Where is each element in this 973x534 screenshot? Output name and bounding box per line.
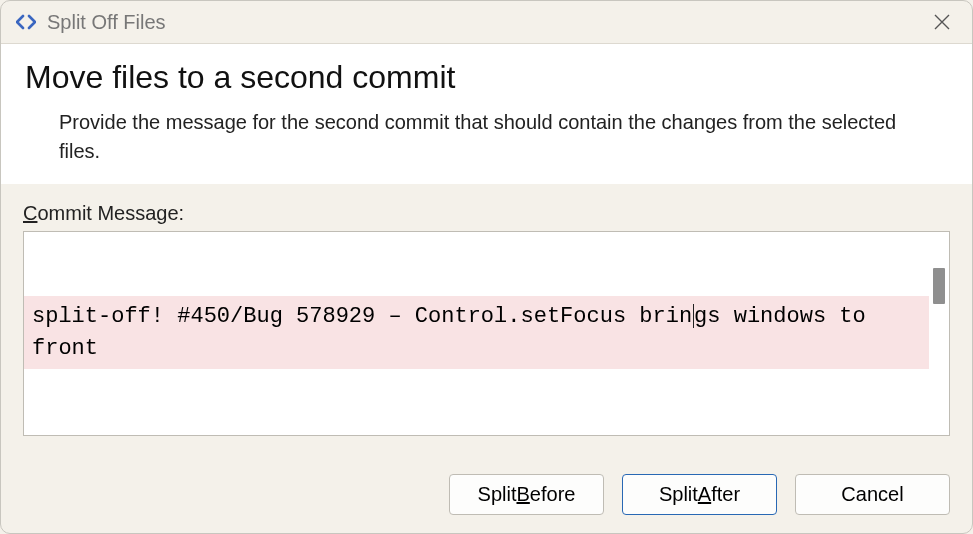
dialog-header: Move files to a second commit Provide th… [1,44,972,184]
commit-message-label: Commit Message: [23,202,950,225]
dialog-body: Commit Message: split-off! #450/Bug 5789… [1,184,972,456]
editor-scrollbar[interactable] [929,232,949,435]
dialog-button-row: Split Before Split After Cancel [1,456,972,533]
window-title: Split Off Files [47,11,166,34]
close-button[interactable] [922,4,962,40]
commit-body-text[interactable]: If the application is in the background … [24,432,929,435]
cancel-button[interactable]: Cancel [795,474,950,515]
commit-message-editor[interactable]: split-off! #450/Bug 578929 – Control.set… [24,232,929,435]
commit-message-editor-wrap: split-off! #450/Bug 578929 – Control.set… [23,231,950,436]
split-before-button[interactable]: Split Before [449,474,604,515]
commit-subject-line[interactable]: split-off! #450/Bug 578929 – Control.set… [24,296,929,369]
dialog-description: Provide the message for the second commi… [25,108,925,166]
app-icon [15,11,37,33]
split-after-button[interactable]: Split After [622,474,777,515]
titlebar: Split Off Files [1,1,972,44]
scrollbar-thumb[interactable] [933,268,945,304]
dialog-heading: Move files to a second commit [25,59,948,96]
